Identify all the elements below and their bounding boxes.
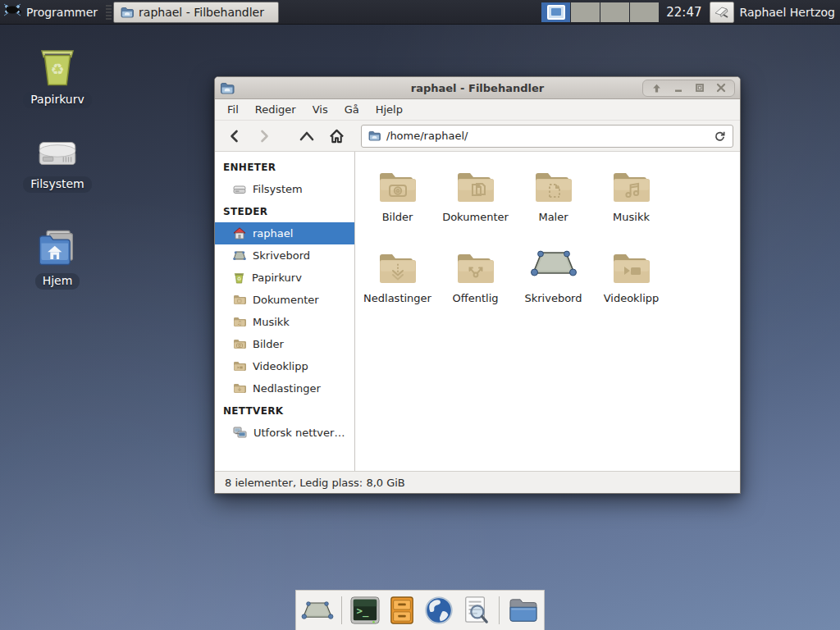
clock: 22:47 <box>664 5 703 20</box>
sidebar-item-videos[interactable]: Videoklipp <box>215 355 354 377</box>
forward-button[interactable] <box>251 125 277 148</box>
sidebar-header-network: NETTVERK <box>215 399 354 422</box>
desktop-icon-trash[interactable]: ♻ Papirkurv <box>16 43 98 108</box>
workspace-3[interactable] <box>600 2 629 22</box>
show-desktop-button[interactable] <box>301 593 334 628</box>
sidebar-item-label: Bilder <box>253 338 284 350</box>
user-action-button[interactable] <box>710 2 734 23</box>
applications-menu[interactable]: Programmer <box>0 0 104 25</box>
workspace-window-thumb <box>547 5 565 20</box>
close-button[interactable] <box>716 83 726 93</box>
sidebar-item-label: Skrivebord <box>253 249 310 262</box>
menu-file[interactable]: Fil <box>220 101 246 118</box>
trash-icon: ♻ <box>233 272 245 284</box>
file-item-skrivebord[interactable]: Skrivebord <box>514 240 592 321</box>
menu-edit[interactable]: Rediger <box>248 101 304 118</box>
sidebar-item-documents[interactable]: Dokumenter <box>215 289 354 311</box>
sidebar-header-places: STEDER <box>215 200 354 222</box>
folder-downloads-icon <box>377 240 419 287</box>
tasklist-grip <box>106 5 112 20</box>
sidebar-item-label: Dokumenter <box>253 294 319 306</box>
maximize-button[interactable] <box>695 83 705 93</box>
up-button[interactable] <box>294 125 320 148</box>
minimize-button[interactable] <box>673 83 683 93</box>
toolbar: /home/raphael/ <box>215 121 740 152</box>
xfce-logo-icon <box>3 2 21 22</box>
sidebar-item-filesystem[interactable]: Filsystem <box>215 178 354 200</box>
shade-button[interactable] <box>651 83 662 94</box>
folder-icon <box>233 361 246 372</box>
sidebar-item-label: Utforsk nettver… <box>253 427 345 439</box>
sidebar-item-pictures[interactable]: Bilder <box>215 333 354 355</box>
file-label: Videoklipp <box>604 292 660 304</box>
taskbar-window-label: raphael - Filbehandler <box>139 6 264 19</box>
sidebar-item-downloads[interactable]: Nedlastinger <box>215 377 354 399</box>
file-item-musikk[interactable]: Musikk <box>592 158 670 240</box>
dock: >_ <box>295 590 545 630</box>
folder-music-icon <box>610 158 653 206</box>
file-cabinet-launcher[interactable] <box>386 593 418 628</box>
sidebar: ENHETER Filsystem STEDER raphael <box>215 152 355 471</box>
terminal-launcher[interactable]: >_ <box>349 593 381 628</box>
back-button[interactable] <box>221 125 248 148</box>
desktop-icon <box>530 240 578 287</box>
location-path[interactable]: /home/raphael/ <box>386 130 708 142</box>
file-item-videoklipp[interactable]: Videoklipp <box>592 240 670 321</box>
file-item-bilder[interactable]: Bilder <box>358 158 436 240</box>
desktop-icon-filesystem[interactable]: Filsystem <box>16 131 98 193</box>
file-view[interactable]: Bilder <box>355 152 740 471</box>
network-icon <box>233 427 247 439</box>
svg-text:>_: >_ <box>357 605 369 618</box>
menu-view[interactable]: Vis <box>305 101 336 118</box>
svg-text:♫: ♫ <box>237 320 242 326</box>
sidebar-item-trash[interactable]: ♻ Papirkurv <box>215 267 354 289</box>
sidebar-item-browse-network[interactable]: Utforsk nettver… <box>215 422 354 444</box>
titlebar-folder-icon <box>220 82 235 94</box>
drive-icon <box>233 185 246 194</box>
workspace-4[interactable] <box>630 2 659 22</box>
folder-public-icon <box>454 240 497 287</box>
home-icon <box>233 227 246 240</box>
sidebar-item-label: raphael <box>253 227 293 240</box>
applications-menu-label: Programmer <box>26 6 98 19</box>
workspace-1[interactable] <box>541 2 570 22</box>
desktop-icon-home[interactable]: Hjem <box>16 228 98 290</box>
sidebar-item-music[interactable]: ♫ Musikk <box>215 311 354 333</box>
desktop-icon-label: Filsystem <box>23 176 91 193</box>
file-manager-launcher[interactable] <box>507 593 539 628</box>
file-cabinet-icon <box>389 596 415 625</box>
desktop-icon-label: Hjem <box>35 273 80 290</box>
location-bar[interactable]: /home/raphael/ <box>361 125 733 148</box>
statusbar: 8 ielementer, Ledig plass: 8,0 GiB <box>215 471 740 493</box>
trash-icon: ♻ <box>35 43 80 88</box>
status-text: 8 ielementer, Ledig plass: 8,0 GiB <box>225 477 405 489</box>
folder-pictures-icon <box>377 158 419 206</box>
file-item-offentlig[interactable]: Offentlig <box>436 240 514 321</box>
sidebar-item-desktop[interactable]: Skrivebord <box>215 244 354 267</box>
titlebar[interactable]: raphael - Filbehandler <box>215 77 740 99</box>
sidebar-item-raphael[interactable]: raphael <box>215 222 354 244</box>
web-browser-launcher[interactable] <box>423 593 455 628</box>
taskbar-window-button[interactable]: raphael - Filbehandler <box>113 2 279 23</box>
workspace-switcher[interactable] <box>541 2 659 22</box>
folder-icon <box>233 383 246 394</box>
terminal-icon: >_ <box>349 596 381 625</box>
search-launcher[interactable] <box>459 593 491 628</box>
folder-templates-icon <box>532 158 575 206</box>
home-button[interactable] <box>323 125 349 148</box>
workspace-2[interactable] <box>571 2 600 22</box>
menu-go[interactable]: Gå <box>337 101 367 118</box>
show-desktop-icon <box>301 600 334 621</box>
reload-icon[interactable] <box>714 130 726 142</box>
file-item-maler[interactable]: Maler <box>514 158 592 240</box>
folder-blue-icon <box>508 597 539 623</box>
sidebar-item-label: Papirkurv <box>252 272 302 284</box>
menu-help[interactable]: Hjelp <box>368 101 410 118</box>
file-item-dokumenter[interactable]: Dokumenter <box>436 158 514 240</box>
user-name: Raphael Hertzog <box>740 6 835 19</box>
file-item-nedlastinger[interactable]: Nedlastinger <box>358 240 436 321</box>
file-label: Maler <box>538 211 568 223</box>
folder-documents-icon <box>454 158 497 206</box>
sidebar-item-label: Musikk <box>253 316 290 328</box>
home-folder-icon <box>36 228 79 269</box>
